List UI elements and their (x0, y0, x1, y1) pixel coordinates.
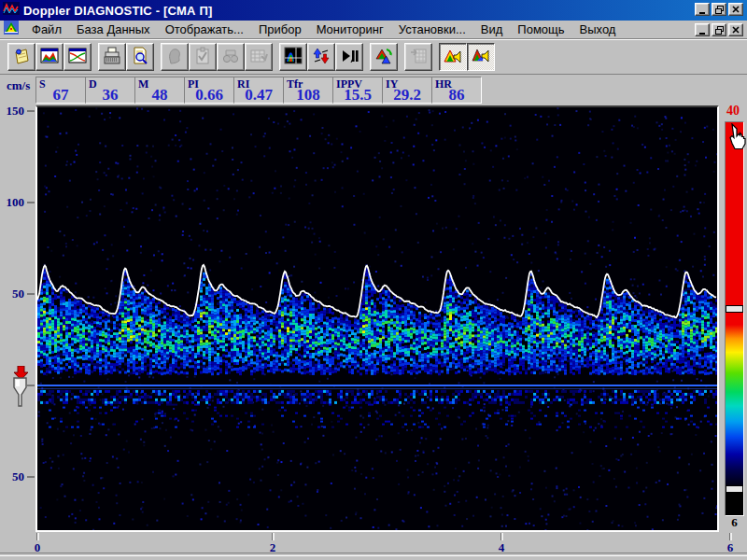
x-axis-tick (272, 533, 275, 540)
gain-colorbar[interactable] (725, 121, 744, 516)
window-close-button[interactable] (728, 3, 743, 16)
toolbar-button-print[interactable] (98, 43, 126, 71)
window-title: Doppler DIAGNOSTIC - [СМА П] (23, 4, 213, 18)
title-bar: Doppler DIAGNOSTIC - [СМА П] (0, 0, 747, 21)
measurement-Tfr: Tfr108 (283, 77, 333, 104)
toolbar-button-invert-spectrum[interactable] (307, 43, 335, 71)
measurement-IPPV: IPPV15.5 (332, 77, 383, 104)
toolbar-button-curves-chart[interactable] (63, 43, 92, 71)
measurement-value: 15.5 (333, 86, 382, 105)
preview-icon (131, 47, 149, 68)
toolbar-button-data-grid (245, 43, 273, 71)
window-restore-button[interactable] (712, 3, 726, 16)
toolbar-button-patient (161, 43, 189, 71)
spectral-display (35, 105, 719, 532)
measurement-bar: cm/s S67D36M48PI0.66RI0.47Tfr108IPPV15.5… (0, 76, 747, 104)
menu-item-settings[interactable]: Установки... (391, 21, 473, 37)
mdi-close-button[interactable] (728, 23, 743, 36)
y-axis-label: 100 (0, 195, 24, 210)
measurement-value: 67 (36, 86, 85, 105)
y-axis-label: 150 (0, 104, 24, 119)
typewriter-icon (103, 47, 121, 68)
app-icon (3, 1, 20, 20)
y-axis-tick (27, 476, 35, 478)
mdi-restore-button[interactable] (712, 23, 726, 36)
menu-item-monitoring[interactable]: Мониторинг (309, 21, 391, 37)
toolbar-button-sound-spectrum[interactable] (467, 43, 495, 71)
gain-handle-lower[interactable] (726, 485, 743, 493)
measurement-value: 86 (432, 86, 481, 105)
menu-item-view[interactable]: Вид (473, 21, 511, 37)
menu-item-file[interactable]: Файл (24, 21, 69, 37)
hand-cursor (727, 123, 747, 155)
toolbar (0, 39, 747, 75)
y-axis-label: 50 (0, 287, 24, 301)
toolbar-button-cycle-maps[interactable] (370, 43, 398, 71)
application-window: Doppler DIAGNOSTIC - [СМА П] ФайлБаза Да… (0, 0, 747, 560)
y-axis-tick (27, 293, 35, 295)
measurement-value: 48 (135, 86, 184, 105)
measurement-value: 0.47 (234, 86, 283, 105)
menu-bar: ФайлБаза ДанныхОтображать...ПриборМонито… (0, 21, 747, 39)
x-axis-tick (500, 533, 503, 540)
area-chart-icon (40, 47, 59, 68)
clipboard-check-icon (193, 47, 212, 68)
measurement-value: 108 (284, 86, 332, 105)
head-icon (165, 47, 184, 68)
grid-arrow-icon (409, 47, 428, 68)
toolbar-button-protocol (189, 43, 217, 71)
menu-item-database[interactable]: База Данных (69, 21, 158, 37)
measurement-value: 29.2 (383, 86, 431, 105)
speaker-spectrum-icon (472, 47, 490, 68)
measurement-M: M48 (134, 77, 185, 104)
binoculars-icon (221, 47, 240, 68)
toolbar-button-find (217, 43, 245, 71)
document-system-icon[interactable] (4, 21, 19, 38)
menu-item-exit[interactable]: Выход (572, 21, 624, 37)
invert-arrows-icon (312, 47, 331, 68)
spectrum-icon (284, 47, 303, 68)
play-pause-icon (340, 47, 359, 68)
toolbar-button-freeze-run[interactable] (335, 43, 363, 71)
measurement-S: S67 (35, 77, 86, 104)
measurement-IY: IY29.2 (382, 77, 432, 104)
toolbar-button-spectrum-display[interactable] (279, 43, 307, 71)
toolbar-button-sound-envelope[interactable] (439, 43, 467, 71)
colorbar-black-zone (726, 493, 743, 515)
measurement-HR: HR86 (431, 77, 482, 104)
menu-item-device[interactable]: Прибор (251, 21, 309, 37)
cycle-triangles-icon (374, 47, 393, 68)
workspace: 15010050050 40 6 (0, 104, 747, 560)
y-axis-label: 50 (0, 469, 24, 484)
spectrogram[interactable] (37, 107, 717, 530)
y-axis-tick (27, 110, 35, 112)
gain-min-label: 6 (725, 515, 744, 530)
gain-value-label: 40 (721, 104, 745, 119)
toolbar-button-print-preview[interactable] (126, 43, 154, 71)
toolbar-button-trend-chart[interactable] (35, 43, 63, 71)
x-axis-tick (729, 533, 732, 540)
window-minimize-button[interactable] (695, 3, 710, 16)
measurement-value: 36 (86, 86, 134, 105)
y-axis-tick (27, 202, 35, 203)
measurement-RI: RI0.47 (233, 77, 284, 104)
measurement-value: 0.66 (185, 86, 233, 105)
toolbar-button-export-grid (404, 43, 432, 71)
menu-item-help[interactable]: Помощь (510, 21, 571, 37)
gain-handle-upper[interactable] (726, 305, 743, 313)
velocity-unit-label: cm/s (7, 78, 30, 93)
toolbar-button-notes[interactable] (7, 43, 35, 71)
curves-chart-icon (68, 47, 87, 68)
x-axis-tick (36, 533, 39, 540)
mdi-minimize-button[interactable] (695, 23, 710, 36)
measurement-D: D36 (85, 77, 135, 104)
status-divider (0, 553, 747, 556)
measurement-PI: PI0.66 (184, 77, 234, 104)
speaker-envelope-icon (444, 47, 462, 68)
grid-check-icon (249, 47, 268, 68)
menu-item-display[interactable]: Отображать... (158, 21, 251, 37)
note-icon (12, 47, 31, 68)
baseline-pin-marker[interactable] (8, 377, 32, 413)
colorbar-gradient (726, 313, 743, 485)
